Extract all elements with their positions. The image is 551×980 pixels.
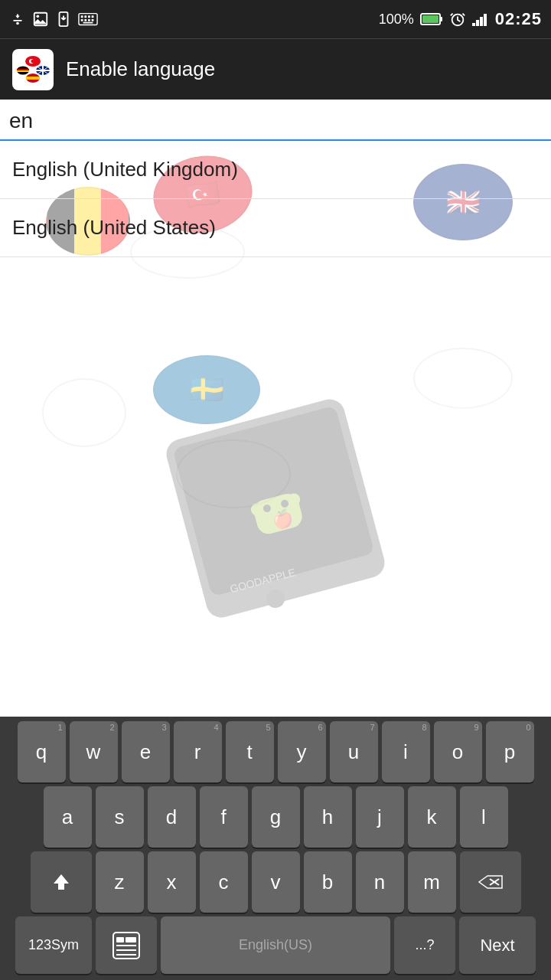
key-c[interactable]: c [200, 851, 248, 913]
key-r[interactable]: 4r [174, 721, 222, 782]
keyboard-row-4: 123Sym English(US) ...? Next [3, 916, 548, 974]
svg-rect-8 [92, 15, 94, 18]
battery-text: 100% [379, 11, 414, 28]
app-bar: Enable language [0, 38, 551, 100]
svg-rect-49 [116, 937, 124, 942]
app-icon [12, 49, 54, 90]
svg-rect-21 [484, 14, 487, 26]
key-v[interactable]: v [252, 851, 300, 913]
status-icons-right: 100% 02:25 [379, 9, 542, 29]
key-d[interactable]: d [148, 786, 196, 848]
svg-point-2 [37, 15, 40, 18]
battery-icon [420, 12, 443, 26]
key-t[interactable]: 5t [226, 721, 274, 782]
usb-icon [9, 11, 26, 28]
key-shift[interactable] [31, 851, 92, 913]
svg-rect-52 [116, 949, 136, 951]
status-time: 02:25 [495, 9, 542, 29]
svg-point-25 [31, 59, 34, 62]
keyboard-row-2: a s d f g h j k l [3, 786, 548, 848]
key-k[interactable]: k [408, 786, 456, 848]
key-y[interactable]: 6y [278, 721, 326, 782]
svg-point-0 [16, 22, 19, 25]
app-logo [15, 52, 51, 87]
key-a[interactable]: a [44, 786, 92, 848]
signal-icon [472, 12, 489, 26]
key-m[interactable]: m [408, 851, 456, 913]
status-icons-left [9, 11, 98, 28]
svg-rect-51 [116, 945, 136, 946]
alarm-icon [449, 11, 466, 28]
key-g[interactable]: g [252, 786, 300, 848]
svg-rect-7 [88, 15, 90, 18]
search-input[interactable] [9, 106, 542, 139]
key-backspace[interactable] [460, 851, 521, 913]
svg-rect-53 [116, 954, 136, 956]
key-o[interactable]: 9o [434, 721, 482, 782]
status-bar: 100% 02:25 [0, 0, 551, 38]
key-p[interactable]: 0p [486, 721, 534, 782]
svg-rect-15 [440, 17, 442, 21]
svg-rect-11 [88, 19, 90, 21]
key-n[interactable]: n [356, 851, 404, 913]
key-s[interactable]: s [96, 786, 144, 848]
key-z[interactable]: z [96, 851, 144, 913]
key-x[interactable]: x [148, 851, 196, 913]
search-area [0, 100, 551, 141]
svg-rect-20 [480, 17, 483, 26]
svg-rect-13 [83, 22, 93, 24]
flag-italy [42, 378, 126, 447]
svg-rect-19 [476, 20, 479, 26]
key-q[interactable]: 1q [18, 721, 66, 782]
language-item-us[interactable]: English (United States) [0, 199, 551, 257]
key-l[interactable]: l [460, 786, 508, 848]
key-next[interactable]: Next [459, 916, 536, 974]
svg-rect-18 [472, 23, 475, 26]
key-f[interactable]: f [200, 786, 248, 848]
key-emoji[interactable] [96, 916, 157, 974]
content-area: 🇹🇷 🇬🇧 🇸🇪 [0, 141, 551, 623]
key-u[interactable]: 7u [330, 721, 378, 782]
app-title: Enable language [66, 57, 215, 81]
svg-rect-10 [84, 19, 86, 21]
phone-illustration: 🍎 GOODAPPLE [122, 394, 429, 623]
key-w[interactable]: 2w [70, 721, 118, 782]
keyboard: 1q 2w 3e 4r 5t 6y 7u 8i 9o 0p a s [0, 717, 551, 980]
key-j[interactable]: j [356, 786, 404, 848]
keyboard-icon [78, 12, 98, 26]
svg-rect-32 [26, 77, 40, 80]
svg-rect-34 [17, 69, 29, 70]
keyboard-row-3: z x c v b n m [3, 851, 548, 913]
svg-rect-16 [422, 15, 439, 23]
svg-rect-9 [81, 19, 83, 21]
svg-rect-12 [92, 19, 94, 21]
key-e[interactable]: 3e [122, 721, 170, 782]
image-icon [32, 11, 49, 28]
svg-rect-50 [126, 937, 136, 942]
key-i[interactable]: 8i [382, 721, 430, 782]
svg-rect-35 [17, 70, 29, 72]
key-123sym[interactable]: 123Sym [15, 916, 92, 974]
keyboard-row-1: 1q 2w 3e 4r 5t 6y 7u 8i 9o 0p [3, 721, 548, 782]
key-b[interactable]: b [304, 851, 352, 913]
key-h[interactable]: h [304, 786, 352, 848]
key-dots[interactable]: ...? [394, 916, 455, 974]
phone-icon [55, 11, 72, 28]
key-space[interactable]: English(US) [161, 916, 390, 974]
svg-rect-6 [84, 15, 86, 18]
svg-rect-5 [81, 15, 83, 18]
language-item-uk[interactable]: English (United Kingdom) [0, 141, 551, 199]
